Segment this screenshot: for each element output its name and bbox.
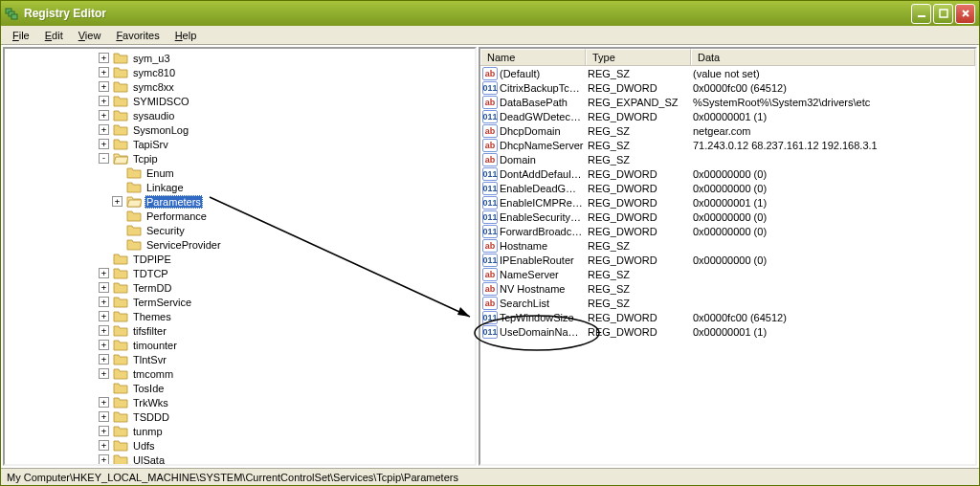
registry-value-row[interactable]: 011DontAddDefaultG...REG_DWORD0x00000000…: [480, 166, 975, 181]
tree-node-label[interactable]: timounter: [131, 340, 179, 351]
tree-node[interactable]: +TDPIPE: [5, 252, 475, 266]
tree-node-label[interactable]: TSDDD: [131, 411, 171, 423]
tree-node-label[interactable]: Linkage: [145, 182, 186, 193]
close-button[interactable]: [955, 4, 975, 24]
expand-icon[interactable]: +: [99, 397, 109, 408]
tree-node[interactable]: +TosIde: [5, 381, 475, 395]
titlebar[interactable]: Registry Editor: [1, 1, 979, 26]
tree-node-label[interactable]: Tcpip: [131, 153, 160, 165]
list-pane[interactable]: Name Type Data ab(Default)REG_SZ(value n…: [479, 47, 977, 466]
registry-value-row[interactable]: 011IPEnableRouterREG_DWORD0x00000000 (0): [480, 253, 975, 267]
tree-node[interactable]: +symc810: [5, 65, 475, 79]
tree-node[interactable]: +TDTCP: [5, 266, 475, 280]
menu-help[interactable]: Help: [167, 28, 205, 43]
minimize-button[interactable]: [911, 4, 931, 24]
tree-node[interactable]: +sysaudio: [5, 108, 475, 122]
tree-node[interactable]: +Udfs: [5, 438, 475, 453]
expand-icon[interactable]: +: [99, 368, 109, 379]
tree-node-label[interactable]: tifsfilter: [131, 325, 168, 337]
tree-node[interactable]: +symc8xx: [5, 79, 475, 94]
expand-icon[interactable]: +: [99, 426, 109, 436]
tree-node-label[interactable]: ServiceProvider: [145, 239, 223, 251]
tree-node[interactable]: +TrkWks: [5, 395, 475, 409]
column-header-type[interactable]: Type: [586, 49, 691, 65]
registry-value-row[interactable]: ab(Default)REG_SZ(value not set): [480, 66, 975, 80]
registry-value-row[interactable]: 011EnableICMPRedir...REG_DWORD0x00000001…: [480, 195, 975, 210]
tree-node-label[interactable]: Themes: [131, 311, 173, 322]
tree-node[interactable]: +Themes: [5, 309, 475, 323]
expand-icon[interactable]: +: [112, 196, 122, 207]
tree-node-label[interactable]: TrkWks: [131, 397, 170, 409]
tree-node-label[interactable]: TermDD: [131, 282, 173, 294]
menu-edit[interactable]: Edit: [37, 28, 71, 43]
registry-value-row[interactable]: abDomainREG_SZ: [480, 152, 975, 166]
tree-node[interactable]: +Performance: [5, 209, 475, 223]
tree-node-label[interactable]: TDTCP: [131, 268, 170, 279]
menu-favorites[interactable]: Favorites: [108, 28, 167, 43]
column-header-data[interactable]: Data: [691, 49, 975, 65]
tree-node[interactable]: +Enum: [5, 166, 475, 180]
expand-icon[interactable]: +: [99, 340, 109, 350]
expand-icon[interactable]: +: [99, 311, 109, 321]
tree-node-label[interactable]: SYMIDSCO: [131, 96, 191, 107]
tree-node[interactable]: +sym_u3: [5, 51, 475, 65]
registry-value-row[interactable]: abDhcpNameServerREG_SZ71.243.0.12 68.237…: [480, 138, 975, 152]
registry-value-row[interactable]: 011CitrixBackupTcp...REG_DWORD0x0000fc00…: [480, 80, 975, 95]
tree-node[interactable]: +TermDD: [5, 280, 475, 295]
tree-node-label[interactable]: TermService: [131, 297, 193, 308]
registry-value-row[interactable]: abDataBasePathREG_EXPAND_SZ%SystemRoot%\…: [480, 95, 975, 109]
tree-node-label[interactable]: tunmp: [131, 426, 165, 437]
tree-node[interactable]: +TapiSrv: [5, 137, 475, 151]
registry-value-row[interactable]: abNameServerREG_SZ: [480, 267, 975, 281]
expand-icon[interactable]: +: [99, 325, 109, 336]
tree-node[interactable]: +SYMIDSCO: [5, 94, 475, 108]
tree-node-label[interactable]: symc810: [131, 67, 177, 78]
tree-node[interactable]: +TSDDD: [5, 409, 475, 424]
tree-node-label[interactable]: TosIde: [131, 383, 166, 394]
tree-node-label[interactable]: Enum: [145, 167, 176, 179]
tree-node-label[interactable]: sysaudio: [131, 110, 176, 122]
menu-view[interactable]: View: [71, 28, 109, 43]
expand-icon[interactable]: +: [99, 440, 109, 451]
tree-node-label[interactable]: Security: [145, 225, 187, 236]
registry-value-row[interactable]: abHostnameREG_SZ: [480, 238, 975, 253]
expand-icon[interactable]: +: [99, 454, 109, 465]
expand-icon[interactable]: +: [99, 354, 109, 364]
tree-node[interactable]: +Parameters: [5, 194, 475, 209]
tree-node-label[interactable]: TapiSrv: [131, 139, 170, 150]
tree-node[interactable]: +UlSata: [5, 453, 475, 466]
tree-pane[interactable]: +sym_u3+symc810+symc8xx+SYMIDSCO+sysaudi…: [3, 47, 477, 466]
tree-node-label[interactable]: Performance: [145, 210, 209, 222]
tree-node[interactable]: +SysmonLog: [5, 122, 475, 137]
expand-icon[interactable]: +: [99, 139, 109, 149]
expand-icon[interactable]: +: [99, 282, 109, 293]
expand-icon[interactable]: +: [99, 96, 109, 106]
registry-value-row[interactable]: 011DeadGWDetectD...REG_DWORD0x00000001 (…: [480, 109, 975, 123]
tree-node[interactable]: +tifsfilter: [5, 323, 475, 338]
expand-icon[interactable]: +: [99, 411, 109, 422]
maximize-button[interactable]: [933, 4, 953, 24]
registry-value-row[interactable]: abNV HostnameREG_SZ: [480, 281, 975, 296]
registry-value-row[interactable]: 011TcpWindowSizeREG_DWORD0x0000fc00 (645…: [480, 310, 975, 324]
tree-node[interactable]: +ServiceProvider: [5, 237, 475, 252]
tree-node[interactable]: +Security: [5, 223, 475, 237]
tree-node-label[interactable]: Parameters: [145, 195, 203, 209]
registry-value-row[interactable]: 011ForwardBroadcastsREG_DWORD0x00000000 …: [480, 224, 975, 238]
tree-node-label[interactable]: Udfs: [131, 440, 157, 452]
registry-value-row[interactable]: 011EnableSecurityFil...REG_DWORD0x000000…: [480, 210, 975, 224]
registry-value-row[interactable]: 011EnableDeadGWD...REG_DWORD0x00000000 (…: [480, 181, 975, 195]
tree-node-label[interactable]: sym_u3: [131, 53, 172, 64]
expand-icon[interactable]: +: [99, 268, 109, 278]
tree-node-label[interactable]: TDPIPE: [131, 254, 173, 265]
tree-node[interactable]: +TlntSvr: [5, 352, 475, 366]
expand-icon[interactable]: +: [99, 124, 109, 135]
tree-node[interactable]: +tmcomm: [5, 366, 475, 381]
tree-node[interactable]: -Tcpip: [5, 151, 475, 166]
tree-node-label[interactable]: SysmonLog: [131, 124, 190, 136]
tree-node-label[interactable]: tmcomm: [131, 368, 175, 380]
expand-icon[interactable]: +: [99, 110, 109, 121]
tree-node[interactable]: +tunmp: [5, 424, 475, 438]
collapse-icon[interactable]: -: [99, 153, 109, 164]
tree-node[interactable]: +Linkage: [5, 180, 475, 194]
expand-icon[interactable]: +: [99, 81, 109, 92]
